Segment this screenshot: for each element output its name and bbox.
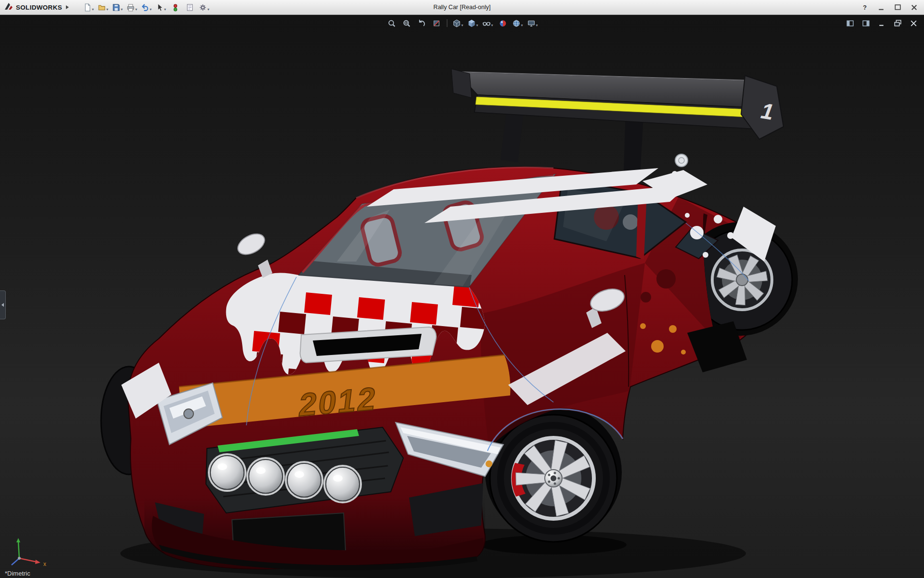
edit-appearance-icon[interactable] — [496, 17, 510, 29]
save-icon[interactable]: ▾ — [111, 1, 124, 13]
dropdown-caret-icon[interactable]: ▾ — [207, 8, 209, 13]
doc-close-icon[interactable] — [907, 17, 920, 29]
brand: SOLIDWORKS — [4, 2, 69, 13]
chevron-left-icon — [1, 303, 4, 307]
dropdown-caret-icon[interactable]: ▾ — [164, 8, 166, 13]
new-icon[interactable]: ▾ — [82, 1, 95, 13]
rally-car-model[interactable]: 1 — [101, 69, 798, 578]
section-view-icon[interactable] — [430, 17, 443, 29]
win-close-icon[interactable] — [906, 1, 922, 13]
select-icon[interactable]: ▾ — [154, 1, 167, 13]
menu-expand-icon[interactable] — [65, 5, 69, 9]
triad-x-label: x — [43, 561, 46, 567]
zoom-fit-icon[interactable] — [385, 17, 398, 29]
reference-triad: x — [7, 535, 55, 570]
titlebar: SOLIDWORKS ▾▾▾▾▾▾▾ Rally Car [Read-only]… — [0, 0, 924, 15]
print-icon[interactable]: ▾ — [125, 1, 139, 13]
dropdown-caret-icon[interactable]: ▾ — [461, 24, 463, 29]
zoom-area-icon[interactable] — [400, 17, 413, 29]
brand-name: SOLIDWORKS — [16, 4, 62, 11]
scene-canvas[interactable]: 1 — [0, 15, 924, 578]
dropdown-caret-icon[interactable]: ▾ — [536, 24, 538, 29]
dropdown-caret-icon[interactable]: ▾ — [150, 8, 152, 13]
dropdown-caret-icon[interactable]: ▾ — [521, 24, 523, 29]
main-toolbar: ▾▾▾▾▾▾▾ — [82, 1, 211, 13]
dropdown-caret-icon[interactable]: ▾ — [106, 8, 108, 13]
view-orientation-label: *Dimetric — [5, 570, 30, 577]
dropdown-caret-icon[interactable]: ▾ — [121, 8, 123, 13]
graphics-viewport[interactable]: ▾▾▾▾▾ — [0, 15, 924, 578]
apply-scene-icon[interactable]: ▾ — [511, 17, 525, 29]
fuel-cap — [675, 154, 688, 167]
options-icon[interactable]: ▾ — [197, 1, 211, 13]
heads-up-toolbar: ▾▾▾▾▾ — [385, 17, 539, 29]
rear-wing[interactable]: 1 — [451, 69, 783, 176]
rebuild-icon[interactable] — [168, 1, 182, 13]
year-decal: 2012 — [297, 381, 379, 423]
win-help-icon[interactable]: ? — [857, 1, 873, 13]
display-style-icon[interactable]: ▾ — [466, 17, 480, 29]
undo-icon[interactable]: ▾ — [140, 1, 153, 13]
doc-restore-icon[interactable] — [891, 17, 904, 29]
file-properties-icon[interactable] — [183, 1, 196, 13]
hide-show-items-icon[interactable]: ▾ — [481, 17, 495, 29]
solidworks-logo-icon — [4, 2, 13, 13]
previous-view-icon[interactable] — [415, 17, 428, 29]
open-icon[interactable]: ▾ — [96, 1, 110, 13]
view-settings-icon[interactable]: ▾ — [526, 17, 539, 29]
doc-maximize-right-icon[interactable] — [859, 17, 873, 29]
taskpane-collapse-tab[interactable] — [0, 290, 6, 319]
win-maximize-icon[interactable] — [889, 1, 906, 13]
document-title: Rally Car [Read-only] — [434, 4, 491, 11]
document-window-controls — [843, 17, 920, 29]
view-orientation-icon[interactable]: ▾ — [451, 17, 465, 29]
win-minimize-icon[interactable] — [873, 1, 889, 13]
dropdown-caret-icon[interactable]: ▾ — [92, 8, 94, 13]
dropdown-caret-icon[interactable]: ▾ — [135, 8, 137, 13]
doc-maximize-left-icon[interactable] — [843, 17, 857, 29]
window-controls: ? — [857, 1, 922, 13]
dropdown-caret-icon[interactable]: ▾ — [491, 24, 493, 29]
dropdown-caret-icon[interactable]: ▾ — [476, 24, 478, 29]
toolbar-separator — [447, 19, 448, 27]
doc-minimize-icon[interactable] — [875, 17, 888, 29]
